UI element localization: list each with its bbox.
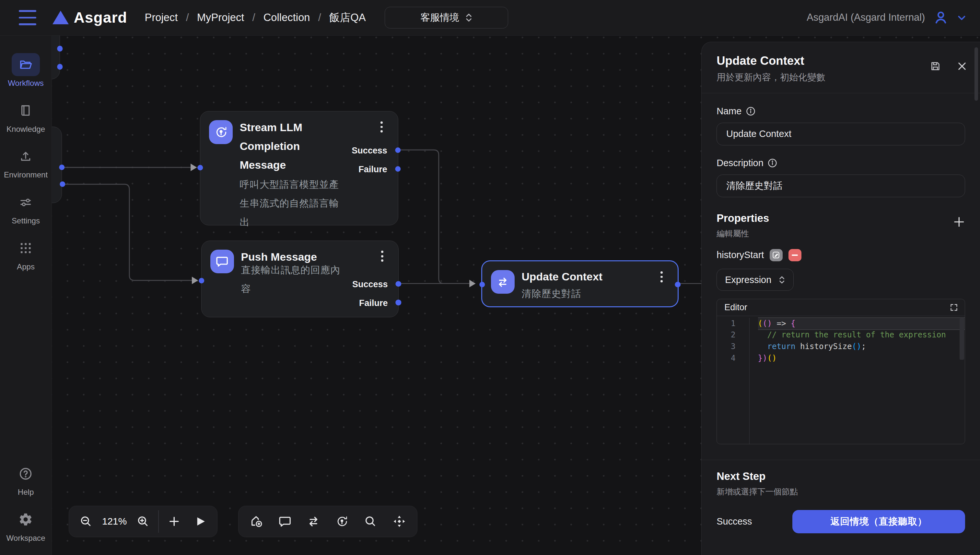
name-input[interactable] (716, 123, 965, 145)
node-push-message[interactable]: Push Message 直接輸出訊息的回應內容 Success Failure (201, 241, 399, 317)
add-swap-node-button[interactable] (303, 511, 324, 533)
node-description: 呼叫大型語言模型並產生串流式的自然語言輸出 (240, 175, 348, 231)
run-workflow-button[interactable] (190, 511, 211, 533)
left-sidebar: Workflows Knowledge Environment Settings… (0, 35, 52, 555)
editor-title: Editor (724, 302, 747, 313)
book-icon (19, 104, 32, 117)
breadcrumb-project[interactable]: Project (145, 11, 178, 24)
breadcrumb-collection[interactable]: Collection (264, 11, 310, 24)
property-name: historyStart (716, 250, 764, 260)
description-input[interactable] (716, 175, 965, 197)
node-config-panel: Update Context 用於更新內容，初始化變數 Name Descrip… (701, 42, 980, 555)
sidebar-item-help[interactable]: Help (12, 462, 40, 497)
chevron-down-icon[interactable] (957, 13, 966, 22)
node-title: Stream LLM Completion Message (240, 118, 310, 175)
node-stream-llm[interactable]: Stream LLM Completion Message 呼叫大型語言模型並產… (200, 111, 398, 225)
next-step-target-button[interactable]: 返回情境（直接聽取） (792, 510, 965, 533)
top-bar: Asgard Project / MyProject / Collection … (0, 0, 980, 35)
next-step-subtitle: 新增或選擇下一個節點 (716, 486, 965, 497)
name-label: Name (716, 106, 965, 117)
account-name: AsgardAI (Asgard Internal) (806, 12, 925, 23)
add-node-button[interactable] (164, 511, 185, 533)
zoom-toolbar: 121% (69, 506, 217, 537)
node-menu-icon[interactable] (380, 122, 383, 132)
description-label: Description (716, 158, 965, 168)
code-gutter: 1234 (717, 318, 749, 444)
input-port[interactable] (197, 165, 203, 170)
search-icon[interactable] (360, 511, 381, 533)
code-lines[interactable]: (() => { // return the result of the exp… (749, 318, 964, 444)
code-line[interactable]: // return the result of the expression (758, 329, 965, 341)
chevron-updown-icon (465, 13, 472, 22)
header-right: AsgardAI (Asgard Internal) (806, 10, 966, 25)
push-message-icon (210, 250, 234, 273)
panel-body: Name Description Properties 編輯屬性 history (702, 93, 980, 533)
properties-subtitle: 編輯屬性 (716, 228, 769, 239)
sidebar-item-environment[interactable]: Environment (4, 145, 48, 180)
port-label-success: Success (352, 146, 387, 155)
menu-icon[interactable] (19, 10, 36, 25)
toolbar-divider (158, 510, 159, 533)
editor-scrollbar[interactable] (959, 318, 964, 360)
code-line[interactable]: return historySize(); (758, 341, 965, 353)
breadcrumb-myproject[interactable]: MyProject (197, 11, 245, 24)
zoom-in-button[interactable] (132, 511, 154, 533)
input-port[interactable] (479, 282, 485, 287)
fit-view-button[interactable] (389, 511, 410, 533)
sidebar-item-knowledge[interactable]: Knowledge (6, 99, 45, 134)
node-palette-toolbar (238, 506, 418, 537)
properties-title: Properties (716, 212, 769, 225)
node-menu-icon[interactable] (660, 271, 663, 282)
node-update-context[interactable]: Update Context 清除歷史對話 (481, 260, 679, 307)
next-step-title: Next Step (716, 470, 965, 483)
code-editor-area[interactable]: 1234 (() => { // return the result of th… (717, 316, 965, 444)
sidebar-item-workflows[interactable]: Workflows (8, 53, 44, 88)
panel-scrollbar[interactable] (975, 47, 978, 101)
port-label-failure: Failure (359, 299, 388, 308)
stream-llm-icon (209, 120, 233, 144)
property-type-select[interactable]: Expression (716, 269, 794, 291)
add-llm-node-button[interactable] (331, 511, 353, 533)
logo[interactable]: Asgard (53, 9, 127, 26)
port-label-success: Success (352, 280, 388, 289)
logo-text: Asgard (74, 9, 127, 26)
panel-header: Update Context 用於更新內容，初始化變數 (702, 42, 980, 93)
input-port[interactable] (199, 278, 204, 283)
node-menu-icon[interactable] (381, 250, 383, 261)
remove-property-button[interactable] (789, 249, 802, 261)
next-step-condition: Success (716, 516, 752, 527)
code-line[interactable]: (() => { (758, 318, 965, 330)
sliders-icon (19, 196, 32, 209)
save-icon[interactable] (930, 61, 941, 72)
port-label-failure: Failure (359, 165, 387, 174)
pencil-square-icon (772, 251, 780, 259)
folder-icon (19, 58, 32, 71)
minus-icon (792, 255, 798, 256)
user-icon[interactable] (933, 10, 949, 25)
environment-select[interactable]: 客服情境 (385, 7, 509, 29)
offscreen-node-top[interactable] (52, 35, 60, 79)
breadcrumb-current[interactable]: 飯店QA (329, 10, 366, 25)
code-line[interactable]: })() (758, 353, 965, 364)
swap-arrows-icon (491, 270, 515, 294)
node-description: 清除歷史對話 (522, 286, 647, 301)
help-icon (18, 466, 33, 481)
expand-icon[interactable] (949, 303, 958, 312)
panel-subtitle: 用於更新內容，初始化變數 (716, 71, 965, 83)
sidebar-item-workspace[interactable]: Workspace (6, 508, 45, 543)
zoom-level: 121% (101, 516, 128, 527)
gear-icon (18, 512, 33, 526)
zoom-out-button[interactable] (75, 511, 97, 533)
sidebar-item-apps[interactable]: Apps (12, 237, 40, 271)
next-step-section: Next Step 新增或選擇下一個節點 Success 返回情境（直接聽取） (716, 460, 965, 533)
add-property-button[interactable] (953, 216, 965, 228)
apps-grid-icon (19, 242, 32, 255)
breadcrumb: Project / MyProject / Collection / 飯店QA (145, 10, 366, 25)
info-icon (746, 106, 755, 116)
add-message-node-button[interactable] (275, 511, 296, 533)
sidebar-item-settings[interactable]: Settings (12, 191, 40, 225)
add-home-node-button[interactable] (246, 511, 267, 533)
chevron-updown-icon (779, 275, 785, 285)
close-icon[interactable] (957, 62, 966, 71)
edit-property-button[interactable] (770, 249, 783, 261)
